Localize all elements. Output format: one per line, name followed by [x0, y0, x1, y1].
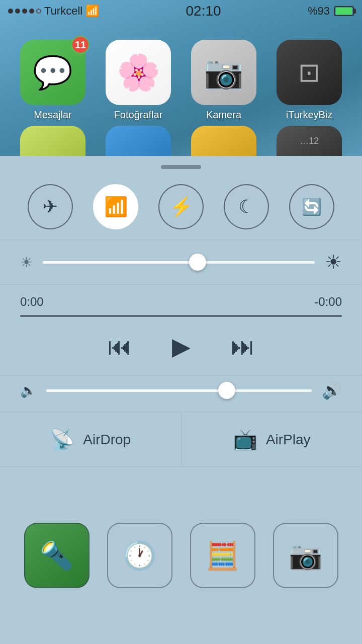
dot2	[15, 9, 20, 14]
next-button[interactable]: ⏭	[231, 333, 255, 360]
bluetooth-toggle[interactable]: ⚡	[158, 184, 204, 229]
camera-quick-button[interactable]: 📷	[273, 523, 338, 588]
photos-label: Fotoğraflar	[114, 109, 163, 121]
quick-actions-row: 🔦 🕐 🧮 📷	[0, 467, 362, 644]
moon-icon: ☾	[238, 196, 254, 217]
air-row: 📡 AirDrop 📺 AirPlay	[0, 412, 362, 467]
brightness-thumb[interactable]	[189, 254, 206, 271]
messages-label: Mesajlar	[34, 109, 72, 121]
flashlight-icon: 🔦	[40, 540, 73, 572]
brightness-low-icon: ☀	[20, 254, 33, 271]
volume-high-icon: 🔊	[322, 381, 342, 400]
airplane-icon: ✈	[43, 196, 58, 217]
previous-button[interactable]: ⏮	[108, 333, 132, 360]
brightness-row: ☀ ☀	[0, 240, 362, 285]
brightness-fill	[43, 261, 198, 264]
carrier: Turkcell	[44, 5, 82, 18]
calculator-button[interactable]: 🧮	[190, 523, 255, 588]
photos-icon: 🌸	[106, 40, 171, 105]
app-messages[interactable]: 💬 11 Mesajlar	[20, 40, 85, 121]
dot4	[29, 9, 34, 14]
media-controls-row: ⏮ ▶ ⏭	[20, 327, 342, 370]
camera-label: Kamera	[206, 109, 241, 121]
media-time-current: 0:00	[20, 295, 44, 309]
camera-quick-icon: 📷	[289, 540, 322, 572]
clock-button[interactable]: 🕐	[107, 523, 172, 588]
pull-handle-bar	[161, 165, 201, 169]
rotation-icon: 🔄	[302, 197, 322, 216]
status-left: Turkcell 📶	[8, 5, 99, 18]
camera-icon: 📷	[191, 40, 256, 105]
status-right: %93	[308, 5, 354, 18]
airplay-button[interactable]: 📺 AirPlay	[182, 413, 363, 466]
dot3	[22, 9, 27, 14]
signal-dots	[8, 9, 41, 14]
battery-icon	[334, 6, 354, 16]
volume-slider[interactable]	[46, 389, 312, 392]
airdrop-label: AirDrop	[83, 432, 131, 448]
volume-low-icon: 🔈	[20, 383, 36, 398]
airdrop-icon: 📡	[50, 428, 75, 451]
dot5	[36, 9, 41, 14]
messages-icon: 💬 11	[20, 40, 85, 105]
messages-badge: 11	[71, 36, 89, 54]
partial-app-4: …12	[277, 126, 342, 156]
play-button[interactable]: ▶	[172, 332, 191, 360]
airplane-mode-toggle[interactable]: ✈	[28, 184, 73, 229]
app-camera[interactable]: 📷 Kamera	[191, 40, 256, 121]
media-time-remaining: -0:00	[314, 295, 342, 309]
volume-thumb[interactable]	[218, 382, 235, 399]
wifi-icon: 📶	[104, 196, 128, 218]
pull-handle[interactable]	[0, 156, 362, 174]
battery-percentage: %93	[308, 5, 330, 18]
partial-app-3	[191, 126, 256, 156]
app-iturkey[interactable]: ⊡ iTurkeyBiz	[277, 40, 342, 121]
iturkey-label: iTurkeyBiz	[286, 109, 333, 121]
iturkey-icon: ⊡	[277, 40, 342, 105]
app-icons-row-2: …12	[0, 126, 362, 156]
volume-row: 🔈 🔊	[0, 376, 362, 412]
airplay-icon: 📺	[233, 428, 258, 451]
flashlight-button[interactable]: 🔦	[24, 523, 89, 588]
rotation-lock-toggle[interactable]: 🔄	[289, 184, 334, 229]
clock-icon: 🕐	[123, 540, 156, 572]
home-screen: Turkcell 📶 02:10 %93 💬 11 Mesajlar 🌸 Fot…	[0, 0, 362, 156]
dot1	[8, 9, 13, 14]
status-bar: Turkcell 📶 02:10 %93	[0, 0, 362, 22]
airdrop-button[interactable]: 📡 AirDrop	[0, 413, 182, 466]
do-not-disturb-toggle[interactable]: ☾	[224, 184, 269, 229]
media-progress-slider[interactable]	[20, 315, 342, 317]
bluetooth-icon: ⚡	[169, 196, 193, 218]
media-time-row: 0:00 -0:00	[20, 295, 342, 309]
wifi-status-icon: 📶	[85, 5, 99, 18]
app-icons-row-1: 💬 11 Mesajlar 🌸 Fotoğraflar 📷 Kamera ⊡ i…	[0, 22, 362, 126]
app-photos[interactable]: 🌸 Fotoğraflar	[106, 40, 171, 121]
airplay-label: AirPlay	[266, 432, 311, 448]
brightness-high-icon: ☀	[325, 251, 342, 273]
volume-fill	[46, 389, 227, 392]
battery-fill	[336, 8, 352, 15]
calculator-icon: 🧮	[206, 540, 239, 572]
wifi-toggle[interactable]: 📶	[93, 184, 138, 229]
control-center: ✈ 📶 ⚡ ☾ 🔄 ☀ ☀ 0:00 -0:00 ⏮	[0, 156, 362, 644]
partial-app-1	[20, 126, 85, 156]
time-display: 02:10	[186, 3, 221, 19]
brightness-slider[interactable]	[43, 261, 315, 264]
media-section: 0:00 -0:00 ⏮ ▶ ⏭	[0, 285, 362, 376]
partial-app-2	[106, 126, 171, 156]
toggle-row: ✈ 📶 ⚡ ☾ 🔄	[0, 174, 362, 240]
